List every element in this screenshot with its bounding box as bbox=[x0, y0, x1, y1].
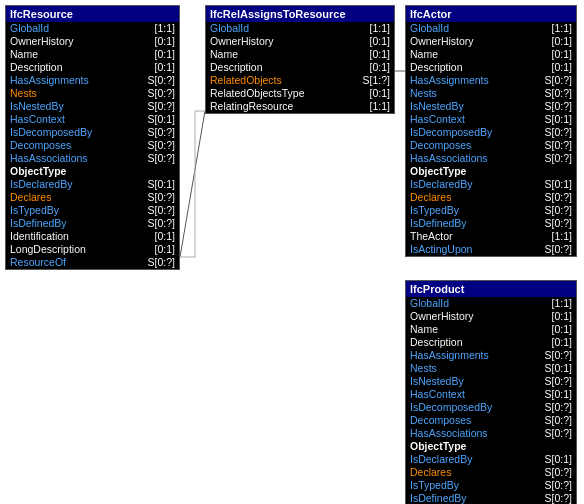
row-isdecomposedby: IsDecomposedByS[0:?] bbox=[6, 126, 179, 139]
row-prod-declares: DeclaresS[0:?] bbox=[406, 466, 576, 479]
uml-box-ifcactor: IfcActor GlobalId[1:1] OwnerHistory[0:1]… bbox=[405, 5, 577, 257]
row-prod-description: Description[0:1] bbox=[406, 336, 576, 349]
row-rel-relatedobjectstype: RelatedObjectsType[0:1] bbox=[206, 87, 394, 100]
row-prod-nests: NestsS[0:1] bbox=[406, 362, 576, 375]
row-isnestedby: IsNestedByS[0:?] bbox=[6, 100, 179, 113]
uml-box-ifcrelassignstoresource: IfcRelAssignsToResource GlobalId[1:1] Ow… bbox=[205, 5, 395, 114]
row-rel-relatingresource: RelatingResource[1:1] bbox=[206, 100, 394, 113]
row-prod-hasassignments: HasAssignmentsS[0:?] bbox=[406, 349, 576, 362]
row-actor-isdefinedby: IsDefinedByS[0:?] bbox=[406, 217, 576, 230]
row-resourceof: ResourceOfS[0:?] bbox=[6, 256, 179, 269]
uml-title-ifcrelassignstoresource: IfcRelAssignsToResource bbox=[206, 6, 394, 22]
row-actor-isnestedby: IsNestedByS[0:?] bbox=[406, 100, 576, 113]
row-rel-ownerhistory: OwnerHistory[0:1] bbox=[206, 35, 394, 48]
row-hascontext: HasContextS[0:1] bbox=[6, 113, 179, 126]
row-prod-isdecomposedby: IsDecomposedByS[0:?] bbox=[406, 401, 576, 414]
row-actor-hasassignments: HasAssignmentsS[0:?] bbox=[406, 74, 576, 87]
row-rel-description: Description[0:1] bbox=[206, 61, 394, 74]
uml-title-ifcproduct: IfcProduct bbox=[406, 281, 576, 297]
row-actor-nests: NestsS[0:?] bbox=[406, 87, 576, 100]
row-actor-isdecomposedby: IsDecomposedByS[0:?] bbox=[406, 126, 576, 139]
row-objecttype: ObjectType bbox=[6, 165, 179, 178]
row-longdescription: LongDescription[0:1] bbox=[6, 243, 179, 256]
uml-title-ifcresource: IfcResource bbox=[6, 6, 179, 22]
row-hasassignments: HasAssignmentsS[0:?] bbox=[6, 74, 179, 87]
row-actor-isdeclaredby: IsDeclaredByS[0:1] bbox=[406, 178, 576, 191]
row-prod-globalid: GlobalId[1:1] bbox=[406, 297, 576, 310]
row-actor-theactor: TheActor[1:1] bbox=[406, 230, 576, 243]
row-globalid: GlobalId[1:1] bbox=[6, 22, 179, 35]
uml-title-ifcactor: IfcActor bbox=[406, 6, 576, 22]
row-rel-relatedobjects: RelatedObjectsS[1:?] bbox=[206, 74, 394, 87]
row-actor-isactingupon: IsActingUponS[0:?] bbox=[406, 243, 576, 256]
row-hasassociations: HasAssociationsS[0:?] bbox=[6, 152, 179, 165]
row-prod-isdeclaredby: IsDeclaredByS[0:1] bbox=[406, 453, 576, 466]
row-rel-globalid: GlobalId[1:1] bbox=[206, 22, 394, 35]
row-prod-name: Name[0:1] bbox=[406, 323, 576, 336]
row-rel-name: Name[0:1] bbox=[206, 48, 394, 61]
row-actor-objecttype: ObjectType bbox=[406, 165, 576, 178]
row-decomposes: DecomposesS[0:?] bbox=[6, 139, 179, 152]
uml-box-ifcproduct: IfcProduct GlobalId[1:1] OwnerHistory[0:… bbox=[405, 280, 577, 504]
row-actor-globalid: GlobalId[1:1] bbox=[406, 22, 576, 35]
uml-box-ifcresource: IfcResource GlobalId[1:1] OwnerHistory[0… bbox=[5, 5, 180, 270]
row-prod-hascontext: HasContextS[0:1] bbox=[406, 388, 576, 401]
row-prod-isnestedby: IsNestedByS[0:?] bbox=[406, 375, 576, 388]
row-identification: Identification[0:1] bbox=[6, 230, 179, 243]
row-actor-istypedby: IsTypedByS[0:?] bbox=[406, 204, 576, 217]
row-actor-hasassociations: HasAssociationsS[0:?] bbox=[406, 152, 576, 165]
row-declares-resource: DeclaresS[0:?] bbox=[6, 191, 179, 204]
row-isdeclaredby: IsDeclaredByS[0:1] bbox=[6, 178, 179, 191]
row-description: Description[0:1] bbox=[6, 61, 179, 74]
row-istypedby: IsTypedByS[0:?] bbox=[6, 204, 179, 217]
row-nests: NestsS[0:?] bbox=[6, 87, 179, 100]
row-actor-name: Name[0:1] bbox=[406, 48, 576, 61]
polyline-resourceof bbox=[180, 111, 205, 257]
row-prod-objecttype: ObjectType bbox=[406, 440, 576, 453]
row-actor-description: Description[0:1] bbox=[406, 61, 576, 74]
row-prod-ownerhistory: OwnerHistory[0:1] bbox=[406, 310, 576, 323]
row-ownerhistory: OwnerHistory[0:1] bbox=[6, 35, 179, 48]
row-isdefinedby: IsDefinedByS[0:?] bbox=[6, 217, 179, 230]
row-prod-hasassociations: HasAssociationsS[0:?] bbox=[406, 427, 576, 440]
row-name: Name[0:1] bbox=[6, 48, 179, 61]
row-prod-istypedby: IsTypedByS[0:?] bbox=[406, 479, 576, 492]
row-actor-hascontext: HasContextS[0:1] bbox=[406, 113, 576, 126]
row-prod-decomposes: DecomposesS[0:?] bbox=[406, 414, 576, 427]
row-actor-ownerhistory: OwnerHistory[0:1] bbox=[406, 35, 576, 48]
diagram-container: IfcResource GlobalId[1:1] OwnerHistory[0… bbox=[0, 0, 584, 504]
connector-resourceof-relatingresource bbox=[180, 111, 205, 257]
row-actor-decomposes: DecomposesS[0:?] bbox=[406, 139, 576, 152]
row-actor-declares: DeclaresS[0:?] bbox=[406, 191, 576, 204]
row-prod-isdefinedby: IsDefinedByS[0:?] bbox=[406, 492, 576, 504]
